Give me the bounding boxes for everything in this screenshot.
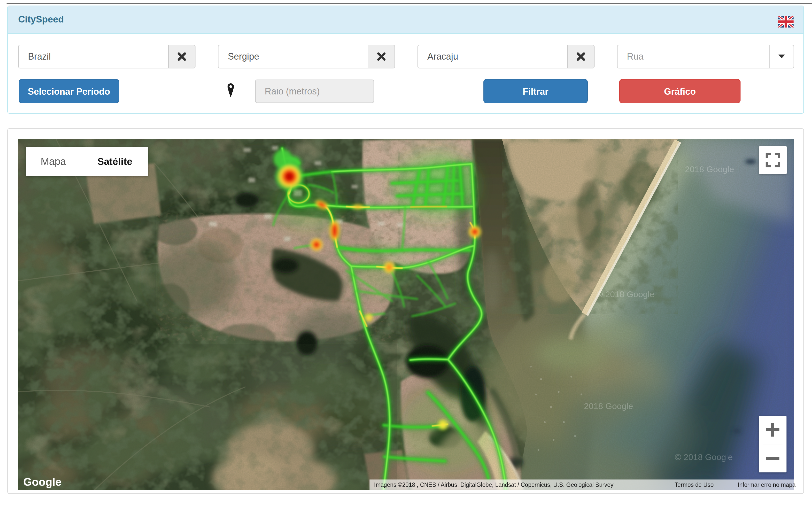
- svg-text:2018 Google: 2018 Google: [584, 401, 633, 411]
- svg-text:© 2018 Google: © 2018 Google: [596, 289, 654, 299]
- svg-text:2018 Google: 2018 Google: [685, 164, 734, 174]
- svg-text:© 2018 Google: © 2018 Google: [675, 452, 733, 462]
